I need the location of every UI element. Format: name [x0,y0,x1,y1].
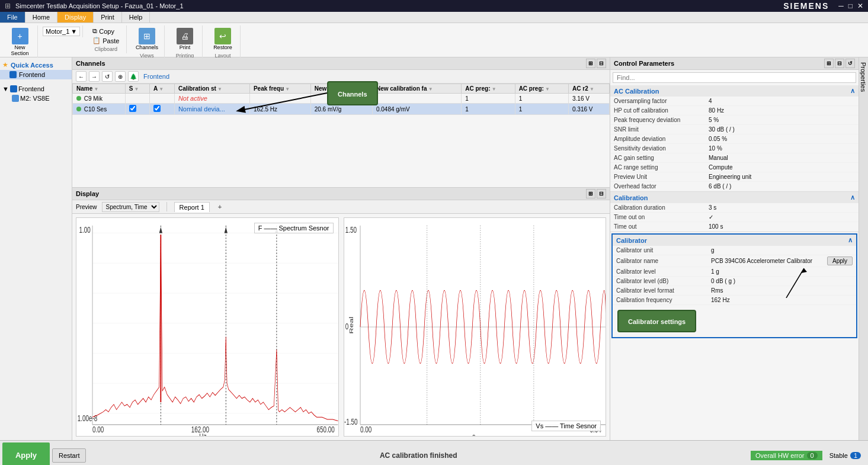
param-hp-cutoff: HP cut off calibration 80 Hz [610,106,859,116]
tree-item-frontend[interactable]: ▼ Frontend [0,84,72,94]
cal-title: Calibration [614,194,648,201]
print-button[interactable]: 🖨 Print [175,27,194,52]
status-dot-ok2 [76,107,81,111]
col-ac-preg1[interactable]: AC preg: [462,84,515,94]
calibration-header[interactable]: Calibration ∧ [610,192,859,203]
row2-a-checkbox[interactable] [153,105,161,112]
forward-button[interactable]: → [89,71,100,82]
panel-icon-1[interactable]: ⊞ [586,59,595,68]
expand-button[interactable]: ⊕ [115,71,126,82]
param-timeout-on: Time out on ✓ [610,213,859,222]
row2-ac-r2: 0.316 V [569,104,610,115]
row2-cal-status: Nominal devia... [174,104,249,115]
tree-item-m2vs8e[interactable]: M2: VS8E [0,94,72,103]
tab-home[interactable]: Home [25,12,57,23]
param-cal-level-format: Calibrator level format Rms [613,286,856,296]
paste-icon: 📋 [92,37,101,44]
refresh-button[interactable]: ↺ [102,71,113,82]
ctrl-icon-1[interactable]: ⊞ [824,59,834,68]
col-cal-status[interactable]: Calibration st [174,84,249,94]
display-toolbar: Preview Spectrum, Time Report 1 + [72,200,610,214]
col-name[interactable]: Name [73,84,126,94]
channels-label: Channels [136,44,158,50]
quick-access-item[interactable]: ★ Quick Access [0,60,72,70]
restore-label: Restore [213,44,232,50]
copy-button[interactable]: ⧉ Copy [90,27,121,36]
paste-button[interactable]: 📋 Paste [90,36,121,45]
restore-icon: ↩ [214,28,231,44]
calibration-section: Calibration ∧ Calibration duration 3 s T… [610,192,859,232]
properties-tab[interactable]: Properties [859,57,868,440]
restore-button[interactable]: ↩ Restore [212,27,233,52]
row2-s[interactable] [125,104,149,115]
find-container [610,70,859,85]
close-button[interactable]: ✕ [857,2,863,10]
param-cal-frequency: Calibration frequency 162 Hz [613,296,856,305]
col-s[interactable]: S [125,84,149,94]
nav-item-frontend[interactable]: Frontend [0,70,72,79]
row1-s[interactable] [125,94,149,104]
ctrl-icon-2[interactable]: ⊟ [835,59,844,68]
spectrum-legend: F —— Spectrum Sesnor [254,223,334,233]
spectrum-chart-area: F —— Spectrum Sesnor 1.00 1.00e-8 0.00 1… [76,217,339,437]
tab-display[interactable]: Display [57,12,94,23]
ribbon-group-views: ⊞ Channels Views [129,25,165,60]
print-icon: 🖨 [177,28,193,44]
clipboard-buttons: ⧉ Copy 📋 Paste [90,27,121,45]
minimize-button[interactable]: ─ [838,2,844,10]
row1-name: C9 Mik [73,94,126,104]
frontend-label: Frontend [19,71,45,78]
col-ac-preg2[interactable]: AC preg: [515,84,568,94]
time-chart-area: Vs —— Time Sesnor 1.50 0 -1.50 Real 0.00… [344,217,607,437]
tab-print[interactable]: Print [94,12,122,23]
motor-dropdown[interactable]: Motor_1 ▼ [43,27,80,36]
col-peak-freq[interactable]: Peak frequ [249,84,310,94]
row1-a[interactable] [149,94,174,104]
col-ac-r2[interactable]: AC r2 [569,84,610,94]
time-chart-svg: 1.50 0 -1.50 Real 0.00 0.64 s [344,218,606,436]
row1-new-cal-factor [372,94,461,104]
calibrator-header[interactable]: Calibrator ∧ [613,235,856,246]
tree-button[interactable]: 🌲 [128,71,139,82]
panel-icon-2[interactable]: ⊟ [597,59,606,68]
col-new-cal-factor[interactable]: New calibration fa [372,84,461,94]
tab-help[interactable]: Help [122,12,150,23]
maximize-button[interactable]: □ [848,2,853,10]
param-cal-duration: Calibration duration 3 s [610,203,859,213]
param-cal-unit: Calibrator unit g [613,246,856,255]
new-section-button[interactable]: + New Section [9,27,30,57]
back-button[interactable]: ← [76,71,87,82]
report-tab[interactable]: Report 1 [174,202,210,212]
display-icon-1[interactable]: ⊞ [586,189,595,198]
svg-text:Hz: Hz [199,432,206,436]
copy-icon: ⧉ [92,27,97,35]
add-tab-button[interactable]: + [214,201,225,212]
ac-cal-collapse-icon: ∧ [850,87,855,95]
ac-calibration-section: AC Calibration ∧ Oversampling factor 4 H… [610,85,859,192]
marker-arrow-2 [225,227,228,233]
channels-icon: ⊞ [139,28,155,44]
apply-button[interactable]: Apply [2,442,50,466]
param-peak-freq-dev: Peak frequency deviation 5 % [610,116,859,125]
ac-calibration-header[interactable]: AC Calibration ∧ [610,85,859,97]
m2-icon [12,95,19,102]
row2-a[interactable] [149,104,174,115]
svg-text:1.50: 1.50 [345,226,356,235]
calibrator-collapse-icon: ∧ [848,236,853,244]
hw-error-label: Overall HW error [755,452,805,459]
display-icon-2[interactable]: ⊟ [597,189,606,198]
tab-file[interactable]: File [0,12,25,23]
svg-text:650.00: 650.00 [316,425,335,434]
col-a[interactable]: A [149,84,174,94]
find-input[interactable] [613,72,856,83]
svg-text:s: s [472,432,475,436]
channels-view-button[interactable]: ⊞ Channels [134,27,159,52]
row2-s-checkbox[interactable] [129,105,136,112]
restart-button[interactable]: Restart [52,448,86,463]
ctrl-refresh[interactable]: ↺ [845,59,855,68]
new-section-label: New Section [11,44,28,56]
calibrator-apply-button[interactable]: Apply [827,256,853,265]
preview-select[interactable]: Spectrum, Time [102,202,159,212]
svg-text:0.00: 0.00 [92,425,104,434]
row2-name: C10 Ses [73,104,126,115]
